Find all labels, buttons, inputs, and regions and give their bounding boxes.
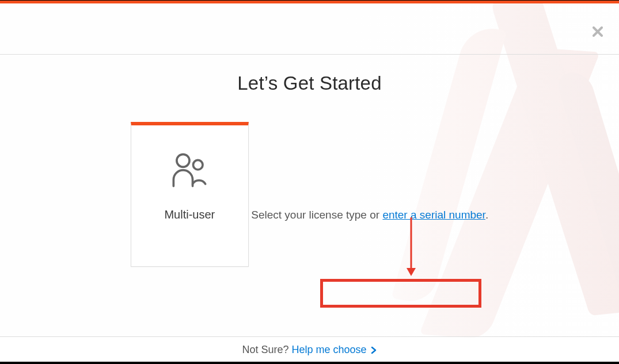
users-icon — [169, 150, 210, 190]
page-title: Let’s Get Started — [0, 72, 619, 94]
svg-point-0 — [177, 154, 189, 167]
svg-point-1 — [193, 160, 203, 170]
footer-prefix: Not Sure? — [242, 344, 291, 355]
close-icon — [593, 26, 603, 37]
license-card-multi-user[interactable]: Multi-user — [131, 122, 249, 267]
help-me-choose-link[interactable]: Help me choose — [291, 344, 366, 355]
enter-serial-link[interactable]: enter a serial number — [382, 209, 485, 221]
license-card-label: Multi-user — [131, 208, 248, 221]
close-button[interactable] — [593, 26, 603, 37]
instruction-text: Select your license type or enter a seri… — [251, 209, 488, 221]
footer: Not Sure? Help me choose — [0, 336, 619, 364]
annotation-highlight-box — [320, 279, 481, 308]
instruction-prefix: Select your license type or — [251, 209, 382, 221]
header-divider — [0, 54, 619, 55]
chevron-right-icon — [370, 345, 377, 357]
instruction-suffix: . — [485, 209, 488, 221]
